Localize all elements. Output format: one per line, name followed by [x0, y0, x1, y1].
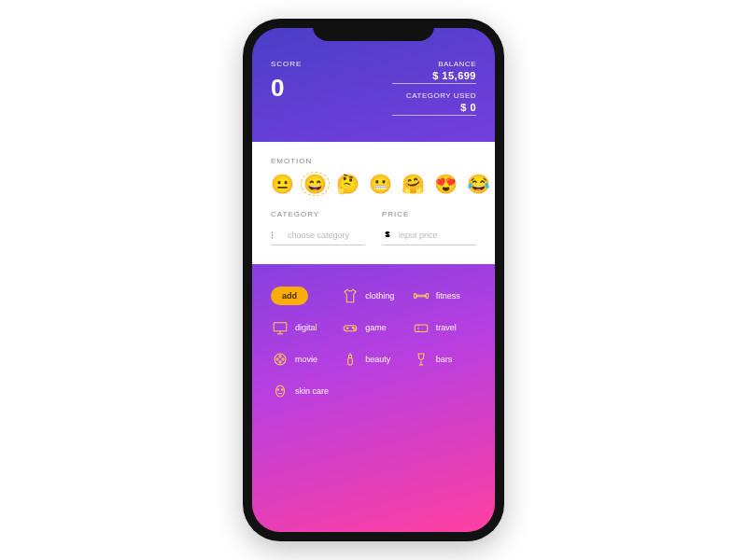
emoji-grimace[interactable]: 😬	[369, 175, 392, 193]
ticket-icon	[412, 318, 430, 337]
category-used-label: CATEGORY USED	[392, 91, 476, 100]
phone-frame: SCORE 0 BALANCE $ 15,699 CATEGORY USED $…	[243, 19, 504, 541]
add-button[interactable]: add	[271, 287, 308, 305]
svg-point-5	[272, 238, 273, 239]
category-movie[interactable]: movie	[271, 350, 335, 369]
category-label: movie	[295, 355, 317, 364]
stage: SCORE 0 BALANCE $ 15,699 CATEGORY USED $…	[0, 0, 747, 560]
price-field: PRICE	[382, 210, 476, 245]
category-used-value: $ 0	[392, 102, 476, 113]
category-label: beauty	[365, 355, 390, 364]
tshirt-icon	[341, 287, 359, 305]
category-label: digital	[295, 323, 317, 332]
category-fitness[interactable]: fitness	[412, 287, 476, 305]
category-field-label: CATEGORY	[271, 210, 365, 218]
svg-point-23	[282, 358, 284, 360]
fields: CATEGORY PRICE	[271, 210, 476, 245]
svg-rect-8	[416, 295, 425, 297]
category-label: skin care	[295, 386, 329, 396]
category-label: bars	[436, 355, 453, 364]
svg-rect-17	[415, 325, 428, 332]
emoji-hug[interactable]: 🤗	[402, 175, 425, 193]
category-field: CATEGORY	[271, 210, 365, 245]
emotion-label: EMOTION	[271, 157, 476, 165]
category-grid: add clothing fitness	[271, 287, 476, 400]
svg-rect-9	[274, 323, 287, 331]
svg-point-22	[276, 358, 278, 360]
emoji-row: 😐 😄 🤔 😬 🤗 😍 😂	[271, 175, 476, 193]
svg-point-16	[354, 329, 356, 330]
category-label: fitness	[436, 291, 460, 301]
list-icon	[271, 230, 282, 241]
price-field-label: PRICE	[382, 210, 476, 218]
svg-point-3	[272, 232, 273, 233]
category-digital[interactable]: digital	[271, 318, 335, 337]
svg-point-21	[279, 361, 281, 363]
emoji-heart-eyes[interactable]: 😍	[434, 175, 458, 193]
notch	[313, 19, 434, 41]
category-grid-section: add clothing fitness	[252, 264, 495, 410]
emoji-happy[interactable]: 😄	[303, 175, 327, 193]
category-game[interactable]: game	[341, 318, 405, 337]
grid-spacer	[341, 382, 405, 400]
category-clothing[interactable]: clothing	[341, 287, 405, 305]
header: SCORE 0 BALANCE $ 15,699 CATEGORY USED $…	[252, 28, 495, 136]
category-input-row[interactable]	[271, 230, 365, 245]
screen: SCORE 0 BALANCE $ 15,699 CATEGORY USED $…	[252, 28, 495, 532]
balance-label: BALANCE	[392, 60, 476, 68]
face-mask-icon	[271, 382, 289, 400]
svg-rect-24	[348, 358, 353, 366]
category-label: clothing	[365, 291, 394, 301]
svg-rect-6	[414, 294, 416, 299]
wine-icon	[412, 350, 430, 369]
price-input-row[interactable]	[382, 230, 476, 245]
category-skincare[interactable]: skin care	[271, 382, 335, 400]
category-travel[interactable]: travel	[412, 318, 476, 337]
category-beauty[interactable]: beauty	[341, 350, 405, 369]
emoji-thinking[interactable]: 🤔	[336, 175, 359, 193]
svg-point-30	[277, 389, 279, 391]
score-value: 0	[271, 74, 302, 103]
category-used-row: CATEGORY USED $ 0	[392, 91, 476, 116]
film-icon	[271, 350, 289, 369]
balance-block: BALANCE $ 15,699 CATEGORY USED $ 0	[392, 60, 476, 123]
grid-spacer	[412, 382, 476, 400]
score-label: SCORE	[271, 60, 302, 68]
dollar-icon	[382, 230, 393, 241]
svg-point-20	[279, 356, 281, 357]
dumbbell-icon	[412, 287, 430, 305]
balance-value: $ 15,699	[392, 70, 476, 81]
input-card: EMOTION 😐 😄 🤔 😬 🤗 😍 😂 CATEGORY	[252, 142, 495, 264]
add-label: add	[282, 291, 297, 301]
svg-point-29	[276, 385, 285, 397]
svg-point-15	[353, 327, 355, 329]
gamepad-icon	[341, 318, 359, 337]
perfume-icon	[341, 350, 359, 369]
category-input[interactable]	[288, 231, 365, 240]
svg-point-4	[272, 235, 273, 236]
emoji-laugh[interactable]: 😂	[467, 175, 490, 193]
emoji-neutral[interactable]: 😐	[271, 175, 294, 193]
category-label: travel	[436, 323, 457, 332]
price-input[interactable]	[399, 231, 476, 240]
category-label: game	[365, 323, 387, 332]
svg-rect-7	[426, 294, 428, 299]
balance-row: BALANCE $ 15,699	[392, 60, 476, 84]
score-block: SCORE 0	[271, 60, 302, 123]
svg-rect-25	[349, 356, 352, 358]
category-bars[interactable]: bars	[412, 350, 476, 369]
svg-point-31	[282, 389, 284, 391]
monitor-icon	[271, 318, 289, 337]
